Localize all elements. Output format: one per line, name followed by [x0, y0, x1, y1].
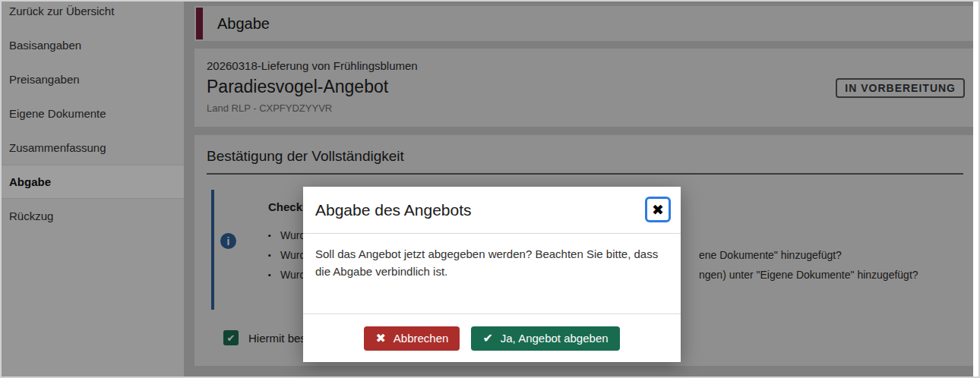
dialog-title: Abgabe des Angebots — [315, 201, 472, 219]
browser-viewport: Zurück zur Übersicht Basisangaben Preisa… — [0, 0, 980, 378]
cancel-button[interactable]: ✖ Abbrechen — [364, 326, 460, 351]
dialog-header: Abgabe des Angebots ✖ — [303, 187, 681, 234]
submit-offer-dialog: Abgabe des Angebots ✖ Soll das Angebot j… — [303, 187, 681, 362]
confirm-button-label: Ja, Angebot abgeben — [501, 332, 609, 345]
confirm-check-icon: ✔ — [482, 331, 492, 345]
cancel-button-label: Abbrechen — [394, 332, 449, 345]
close-button[interactable]: ✖ — [645, 197, 671, 222]
close-icon: ✖ — [652, 201, 664, 219]
confirm-submit-button[interactable]: ✔ Ja, Angebot abgeben — [471, 326, 619, 351]
cancel-x-icon: ✖ — [375, 331, 385, 345]
window-edge-strip — [973, 2, 978, 376]
dialog-footer: ✖ Abbrechen ✔ Ja, Angebot abgeben — [303, 314, 681, 362]
app-window: Zurück zur Übersicht Basisangaben Preisa… — [2, 2, 973, 376]
dialog-message: Soll das Angebot jetzt abgegeben werden?… — [303, 234, 681, 314]
